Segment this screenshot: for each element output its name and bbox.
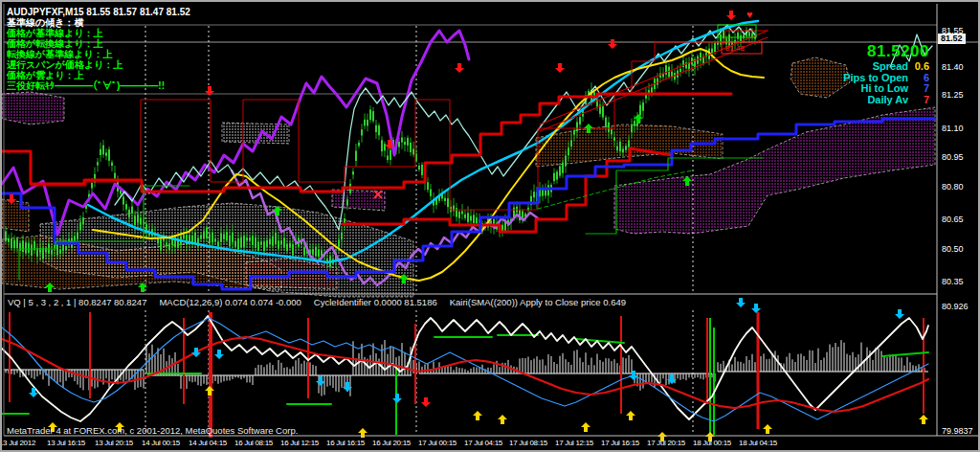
quote-value: 0.6	[908, 61, 929, 73]
time-label: 14 Jul 00:15	[142, 439, 180, 447]
quote-value: 7	[908, 83, 929, 95]
chart-title: AUDJPYFXF,M15 81.55 81.57 81.47 81.52	[7, 7, 190, 17]
indicator-label: Kairi(SMA((200)) Apply to Close price 0.…	[450, 297, 626, 307]
quote-label: Spread	[873, 60, 908, 72]
price-tick: 80.65	[942, 215, 964, 224]
price-axis[interactable]: 81.5581.4081.2581.1080.9580.8080.6580.50…	[938, 2, 980, 452]
price-tick: 81.40	[942, 62, 964, 72]
time-label: 14 Jul 04:15	[189, 439, 227, 447]
ichimoku-status-line: 三役好転ｷﾀ――――(ﾟ∀ﾟ)――――!!	[7, 80, 190, 91]
quote-price: 81.5200	[843, 42, 929, 61]
price-tick: 81.10	[942, 124, 964, 133]
time-label: 18 Jul 00:15	[693, 439, 731, 447]
time-label: 17 Jul 08:15	[509, 439, 547, 447]
ichimoku-status-lines: 基準線の傾き：横価格が基準線より：上価格が転換線より：上転換線が基準線より：上遅…	[7, 17, 190, 91]
price-tick: 80.80	[942, 182, 964, 192]
time-label: 16 Jul 12:15	[280, 439, 319, 447]
time-label: 17 Jul 04:15	[464, 439, 502, 447]
time-label: 17 Jul 20:15	[647, 439, 685, 447]
indicator-label: CycleIdentifier 0.0000 81.5186	[314, 297, 437, 307]
time-label: 13 Jul 2012	[0, 439, 35, 447]
price-tick: 80.35	[942, 277, 964, 286]
time-label: 16 Jul 20:15	[372, 439, 411, 447]
time-label: 13 Jul 16:15	[47, 439, 85, 447]
ichimoku-status-line: 価格が雲より：上	[7, 70, 190, 80]
price-tick: 80.95	[942, 152, 964, 162]
quote-panel: 81.5200 Spread0.6Pips to Open6Hi to Low7…	[843, 42, 929, 105]
time-label: 13 Jul 20:15	[95, 439, 133, 447]
quote-label: Hi to Low	[861, 82, 909, 94]
ichimoku-status-line: 基準線の傾き：横	[7, 17, 190, 28]
quote-value: 7	[908, 95, 929, 106]
quote-label: Pips to Open	[843, 72, 908, 83]
price-tick: 80.926	[942, 302, 969, 311]
ichimoku-status-line: 価格が転換線より：上	[7, 38, 190, 49]
svg-text:♥: ♥	[746, 9, 753, 20]
mt4-chart-window: 81.48♥ AUDJPYFXF,M15 81.55 81.57 81.47 8…	[0, 0, 980, 452]
time-label: 17 Jul 12:15	[555, 439, 593, 447]
copyright-label: MetaTrader 4 at FOREX.com, c 2001-2012, …	[7, 425, 298, 436]
indicator-label: VQ | 5 , 3 , 2 , 1 | 80.8247 80.8247	[8, 297, 146, 307]
price-tick: 80.50	[942, 244, 964, 254]
quote-label: Daily Av	[867, 94, 908, 105]
chart-header: AUDJPYFXF,M15 81.55 81.57 81.47 81.52 基準…	[7, 7, 190, 91]
time-label: 18 Jul 04:15	[739, 439, 777, 447]
ichimoku-status-line: 転換線が基準線より：上	[7, 49, 190, 59]
svg-text:81.48: 81.48	[725, 44, 746, 53]
quote-rows: Spread0.6Pips to Open6Hi to Low7Daily Av…	[843, 61, 929, 105]
indicator-label: MACD(12,26,9) 0.074 0.074 -0.000	[159, 297, 301, 307]
quote-row: Daily Av7	[843, 95, 929, 106]
price-tick: 81.25	[942, 90, 964, 100]
time-label: 16 Jul 16:15	[326, 439, 365, 447]
time-label: 17 Jul 16:15	[601, 439, 639, 447]
time-label: 16 Jul 08:15	[234, 439, 273, 447]
price-tick: 79.9837	[942, 426, 973, 436]
indicator-label-row: VQ | 5 , 3 , 2 , 1 | 80.8247 80.8247MACD…	[8, 297, 638, 307]
ichimoku-status-line: 価格が基準線より：上	[7, 28, 190, 38]
time-axis[interactable]: 13 Jul 201213 Jul 16:1513 Jul 20:1514 Ju…	[2, 438, 980, 452]
ichimoku-status-line: 遅行スパンが価格より：上	[7, 59, 190, 70]
time-label: 17 Jul 00:15	[418, 439, 457, 447]
lower-pane-graphics	[2, 298, 928, 441]
current-price-box: 81.52	[938, 34, 966, 44]
